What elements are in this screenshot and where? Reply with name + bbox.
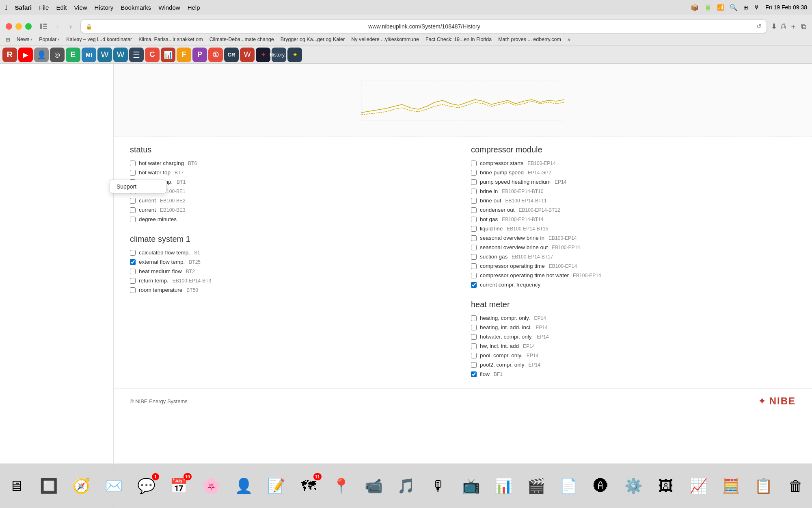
new-tab-button[interactable]: ＋ <box>790 22 797 31</box>
dock-sysprefs[interactable]: ⚙️ <box>619 471 648 501</box>
fav-star[interactable]: ✦ <box>287 48 302 62</box>
fav-list[interactable]: ☰ <box>129 48 144 62</box>
dock-keynote[interactable]: 🎬 <box>521 471 551 501</box>
cb-calc-flow-input[interactable] <box>130 250 136 256</box>
dock-safari[interactable]: 🧭 <box>67 471 96 501</box>
cb-liquid-line-input[interactable] <box>471 226 477 232</box>
cb-hot-gas-input[interactable] <box>471 217 477 222</box>
dock-mail[interactable]: ✉️ <box>99 471 128 501</box>
dock-photos[interactable]: 🌸 <box>197 471 226 501</box>
cb-return-temp-input[interactable] <box>130 278 136 284</box>
share-button[interactable]: ⎙ <box>781 22 786 31</box>
cb-comp-op-time-hw-input[interactable] <box>471 273 477 278</box>
sidebar-toggle-button[interactable] <box>39 22 48 31</box>
bookmark-popular[interactable]: Popular ▾ <box>37 36 62 43</box>
download-button[interactable]: ⬇ <box>771 22 777 31</box>
tab-overview-button[interactable]: ⧉ <box>801 22 806 31</box>
cb-pump-speed-input[interactable] <box>471 179 477 185</box>
fav-mi[interactable]: MI <box>82 48 96 62</box>
cb-heat-medium-input[interactable] <box>130 269 136 274</box>
maximize-button[interactable] <box>25 23 32 30</box>
cb-hot-water-top-input[interactable] <box>130 170 136 176</box>
fav-circle[interactable]: ◎ <box>50 48 65 62</box>
menu-history[interactable]: History <box>95 4 114 11</box>
reload-button[interactable]: ↺ <box>756 23 762 30</box>
close-button[interactable] <box>6 23 12 30</box>
fav-n[interactable]: ① <box>208 48 223 62</box>
fav-c[interactable]: C <box>145 48 160 62</box>
cb-hot-water-charging-input[interactable] <box>130 161 136 166</box>
fav-chart[interactable]: 📊 <box>161 48 175 62</box>
fav-wp1[interactable]: W <box>97 48 112 62</box>
fav-f[interactable]: F <box>177 48 191 62</box>
fav-person[interactable]: 👤 <box>34 48 49 62</box>
dock-textedit[interactable]: 📋 <box>749 471 778 501</box>
cb-comp-starts-input[interactable] <box>471 161 477 166</box>
fav-youtube[interactable]: ▶ <box>18 48 33 62</box>
bookmark-news[interactable]: News ▾ <box>14 36 35 43</box>
fav-wp2[interactable]: W <box>113 48 128 62</box>
dock-tv[interactable]: 📺 <box>456 471 486 501</box>
dock-numbers[interactable]: 📊 <box>489 471 518 501</box>
menu-window[interactable]: Window <box>158 4 180 11</box>
bookmark-kalvoy[interactable]: Kalvøy – veg i...d koordinatar <box>64 36 134 43</box>
cb-flow-input[interactable] <box>471 371 477 377</box>
cb-brine-pump-input[interactable] <box>471 170 477 176</box>
dock-facetime[interactable]: 📹 <box>359 471 388 501</box>
cb-pool-compr-input[interactable] <box>471 353 477 358</box>
cb-room-temp-input[interactable] <box>130 287 136 293</box>
cb-external-flow-input[interactable] <box>130 259 136 265</box>
menu-edit[interactable]: Edit <box>56 4 67 11</box>
menu-file[interactable]: File <box>39 4 49 11</box>
cb-degree-minutes-input[interactable] <box>130 217 136 222</box>
bookmark-klima[interactable]: Klima, Parisa...ir snakket om <box>136 36 205 43</box>
dock-calculator[interactable]: 🧮 <box>716 471 745 501</box>
dock-messages[interactable]: 💬 1 <box>132 471 161 501</box>
dock-contacts[interactable]: 👤 <box>229 471 258 501</box>
dock-pages[interactable]: 📄 <box>554 471 583 501</box>
search-icon[interactable]: 🔍 <box>730 4 738 11</box>
fav-history[interactable]: History... <box>272 48 286 62</box>
dock-preview[interactable]: 🖼 <box>651 471 680 501</box>
dock-notes[interactable]: 📝 <box>261 471 291 501</box>
apps-grid-icon[interactable]: ⊞ <box>6 37 10 43</box>
support-item[interactable]: Support <box>110 180 166 193</box>
cb-pool2-compr-input[interactable] <box>471 362 477 368</box>
fav-r[interactable]: R <box>2 48 17 62</box>
cb-current-freq-input[interactable] <box>471 282 477 288</box>
cb-suction-gas-input[interactable] <box>471 254 477 260</box>
bookmark-more[interactable]: » <box>565 36 573 43</box>
menu-bookmarks[interactable]: Bookmarks <box>121 4 151 11</box>
cb-hw-incl-input[interactable] <box>471 343 477 349</box>
dock-trash[interactable]: 🗑 <box>781 471 810 501</box>
dock-calendar[interactable]: 📅 19 <box>164 471 193 501</box>
dock-podcasts[interactable]: 🎙 <box>424 471 453 501</box>
dock-activity[interactable]: 📈 <box>684 471 713 501</box>
back-button[interactable]: ‹ <box>52 21 63 32</box>
menu-help[interactable]: Help <box>188 4 200 11</box>
siri-icon[interactable]: 🎙 <box>754 4 760 11</box>
apple-menu[interactable]:  <box>5 3 8 12</box>
dock-finder[interactable]: 🖥 <box>2 471 31 501</box>
forward-button[interactable]: › <box>65 21 76 32</box>
dock-appstore[interactable]: 🅐 <box>586 471 615 501</box>
bookmark-factcheck[interactable]: Fact Check: 19...en in Florida <box>423 36 494 43</box>
fav-w3[interactable]: W <box>240 48 255 62</box>
cb-heating-compr-input[interactable] <box>471 315 477 321</box>
bookmark-math[interactable]: Math proves ... edberry.com <box>496 36 564 43</box>
bookmark-climate[interactable]: Climate-Deba...mate change <box>207 36 276 43</box>
fav-cr[interactable]: CR <box>224 48 239 62</box>
cb-condenser-out-input[interactable] <box>471 207 477 213</box>
cb-comp-op-time-input[interactable] <box>471 263 477 269</box>
control-center-icon[interactable]: ⊞ <box>743 4 748 11</box>
bookmark-ny[interactable]: Ny veiledere ...ylkeskommune <box>349 36 421 43</box>
cb-hotwater-compr-input[interactable] <box>471 334 477 340</box>
menu-view[interactable]: View <box>74 4 87 11</box>
fav-nibe[interactable]: ✦ <box>256 48 270 62</box>
cb-seasonal-brine-out-input[interactable] <box>471 245 477 250</box>
cb-current-be2-input[interactable] <box>130 198 136 204</box>
cb-current-be3-input[interactable] <box>130 207 136 213</box>
dock-launchpad[interactable]: 🔲 <box>34 471 63 501</box>
cb-brine-out-input[interactable] <box>471 198 477 204</box>
fav-p[interactable]: P <box>192 48 207 62</box>
